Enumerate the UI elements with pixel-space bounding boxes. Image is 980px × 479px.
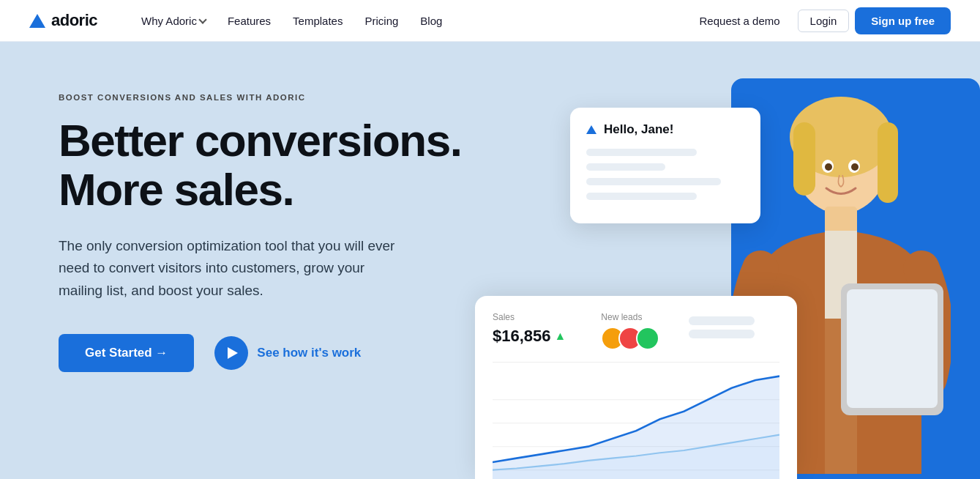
card-placeholder-line-1 <box>586 149 697 156</box>
hero-cta-buttons: Get Started → See how it's work <box>59 334 533 372</box>
request-demo-link[interactable]: Request a demo <box>688 10 792 31</box>
nav-links: Why Adoric Features Templates Pricing Bl… <box>132 10 665 31</box>
hero-tagline: Boost Conversions and Sales with Adoric <box>59 93 533 102</box>
sales-value: $16,856 ▲ <box>493 327 566 346</box>
adoric-small-logo-icon <box>586 125 596 134</box>
nav-item-templates[interactable]: Templates <box>284 10 351 31</box>
hero-subtext: The only conversion optimization tool th… <box>59 235 410 302</box>
line-chart <box>493 368 779 479</box>
svg-point-11 <box>825 163 832 171</box>
play-triangle-icon <box>228 347 238 359</box>
chevron-down-icon <box>198 15 206 23</box>
chart-svg <box>493 368 779 479</box>
avatar-group <box>601 327 654 350</box>
avatar-3 <box>636 327 659 350</box>
signup-button[interactable]: Sign up free <box>855 7 951 34</box>
svg-rect-3 <box>793 122 815 196</box>
nav-item-features[interactable]: Features <box>219 10 280 31</box>
nav-item-blog[interactable]: Blog <box>411 10 451 31</box>
svg-point-12 <box>851 163 859 171</box>
card-hello-greeting: Hello, Jane! <box>604 122 673 137</box>
nav-right-actions: Request a demo Login Sign up free <box>688 7 951 34</box>
nav-item-pricing[interactable]: Pricing <box>356 10 407 31</box>
hero-section: Boost Conversions and Sales with Adoric … <box>0 42 980 479</box>
stat-bar-1 <box>689 316 755 325</box>
get-started-button[interactable]: Get Started → <box>59 334 194 372</box>
see-how-link[interactable]: See how it's work <box>214 336 361 370</box>
stat-bar-2 <box>689 330 755 338</box>
svg-rect-8 <box>847 289 938 408</box>
chart-divider <box>493 362 779 363</box>
hero-headline: Better conversions. More sales. <box>59 116 533 215</box>
card-placeholder-line-2 <box>586 163 665 171</box>
sales-stat: Sales $16,856 ▲ <box>493 312 566 350</box>
card-hello-header: Hello, Jane! <box>586 122 744 137</box>
svg-rect-4 <box>878 122 898 203</box>
logo-link[interactable]: adoric <box>29 11 97 30</box>
dashboard-card: Sales $16,856 ▲ New leads <box>475 296 797 479</box>
new-leads-stat: New leads <box>601 312 654 350</box>
new-leads-label: New leads <box>601 312 654 322</box>
card-placeholder-line-4 <box>586 193 697 200</box>
hero-left-content: Boost Conversions and Sales with Adoric … <box>59 86 533 479</box>
sales-label: Sales <box>493 312 566 322</box>
trend-up-icon: ▲ <box>555 330 566 343</box>
play-icon <box>214 336 248 370</box>
hero-right-visual: Hello, Jane! Sales $16,856 ▲ New leads <box>533 86 921 479</box>
logo-text: adoric <box>51 11 97 30</box>
card-placeholder-line-3 <box>586 178 721 185</box>
extra-stat <box>689 312 755 350</box>
login-link[interactable]: Login <box>798 10 850 32</box>
dashboard-stats-row: Sales $16,856 ▲ New leads <box>493 312 779 350</box>
nav-item-why-adoric[interactable]: Why Adoric <box>132 10 214 31</box>
navigation: adoric Why Adoric Features Templates Pri… <box>0 0 980 42</box>
logo-triangle-icon <box>29 14 45 28</box>
hello-card: Hello, Jane! <box>570 108 760 223</box>
